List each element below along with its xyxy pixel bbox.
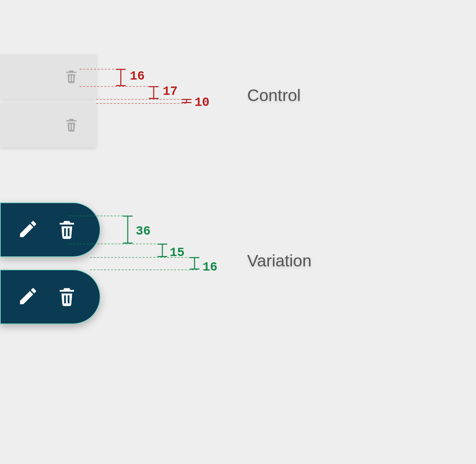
measure-bracket (123, 216, 133, 244)
variation-card-2 (0, 270, 100, 324)
measure-bracket (190, 257, 199, 270)
guide-line (96, 99, 186, 100)
measure-bracket (116, 69, 126, 86)
measure-bracket (182, 99, 191, 103)
guide-line (96, 103, 186, 104)
measure-bracket (158, 244, 167, 257)
guide-line (80, 86, 152, 87)
control-card-1 (0, 55, 96, 99)
measure-bracket (149, 86, 159, 99)
variation-label: Variation (247, 251, 312, 270)
measure-value: 10 (195, 95, 209, 110)
guide-line (69, 216, 130, 216)
guide-line (90, 270, 197, 270)
trash-icon[interactable] (64, 67, 79, 86)
pencil-icon[interactable] (17, 285, 39, 308)
trash-icon[interactable] (56, 285, 78, 308)
measure-value: 16 (203, 260, 217, 274)
measure-value: 36 (136, 224, 151, 238)
variation-card-1 (0, 202, 100, 257)
trash-icon[interactable] (56, 218, 78, 241)
pencil-icon[interactable] (17, 218, 39, 241)
guide-line (69, 244, 163, 244)
guide-line (80, 69, 121, 70)
control-card-2 (0, 103, 96, 147)
measure-value: 15 (170, 246, 185, 260)
control-label: Control (247, 86, 301, 105)
measure-value: 16 (130, 69, 145, 83)
trash-icon[interactable] (64, 116, 79, 135)
measure-value: 17 (163, 84, 178, 99)
